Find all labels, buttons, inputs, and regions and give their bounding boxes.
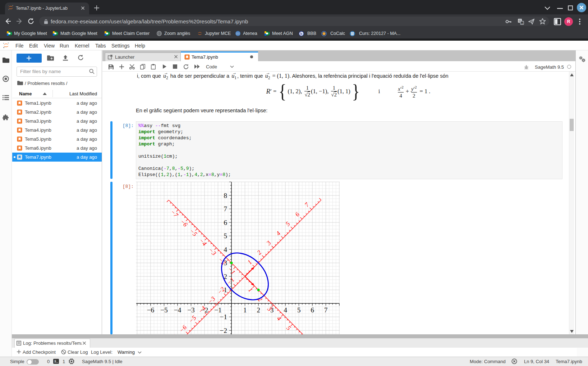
svg-text:5: 5 <box>297 306 301 314</box>
svg-text:UPC: UPC <box>351 35 354 36</box>
svg-text:7: 7 <box>224 205 227 213</box>
svg-text:−5: −5 <box>160 306 168 314</box>
svg-text:x: x <box>522 22 523 25</box>
svg-text:−2: −2 <box>220 327 227 334</box>
svg-text:8: 8 <box>224 192 227 199</box>
svg-text:6: 6 <box>224 219 227 226</box>
svg-text:4: 4 <box>276 315 283 322</box>
svg-text:7: 7 <box>324 306 328 314</box>
svg-text:1: 1 <box>243 306 247 314</box>
svg-text:7: 7 <box>303 201 311 208</box>
svg-text:b: b <box>300 32 303 36</box>
svg-text:4: 4 <box>224 246 227 253</box>
svg-text:−1: −1 <box>220 313 227 321</box>
svg-text:−1: −1 <box>214 306 222 314</box>
svg-text:2: 2 <box>257 306 260 314</box>
svg-text:5: 5 <box>224 232 227 240</box>
svg-text:6: 6 <box>311 306 314 314</box>
svg-text:−4: −4 <box>174 306 182 314</box>
svg-text:−3: −3 <box>187 306 195 314</box>
svg-text:−6: −6 <box>147 306 155 314</box>
svg-text:$_: $_ <box>54 360 58 363</box>
svg-text:4: 4 <box>284 306 287 314</box>
svg-text:6: 6 <box>294 211 301 218</box>
